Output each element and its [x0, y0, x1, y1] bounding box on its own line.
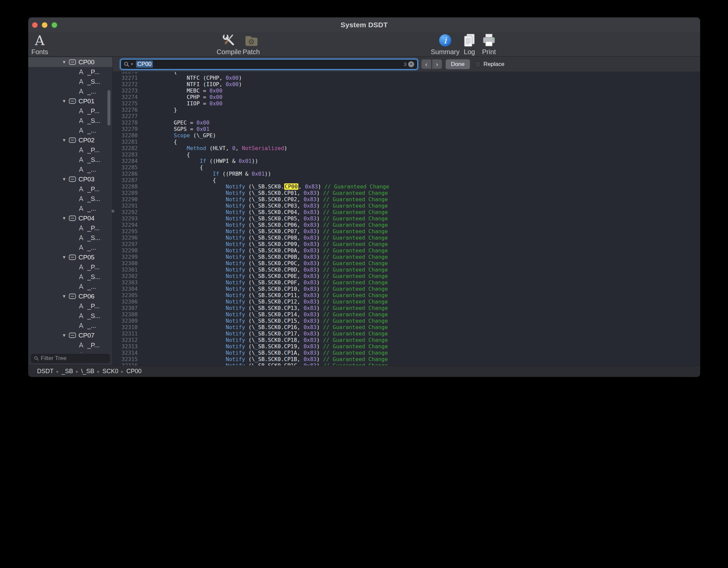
- toolbar-summary-button[interactable]: i Summary: [431, 33, 460, 56]
- code-line-32301[interactable]: 32301 Notify (\_SB.SCK0.CP0D, 0x83) // G…: [113, 267, 700, 273]
- tree-item-CP02-child[interactable]: _S...: [28, 155, 112, 165]
- tree-item-CP05-child[interactable]: _...: [28, 282, 112, 291]
- tree-item-CP00[interactable]: ▼CP00: [28, 57, 112, 67]
- disclosure-triangle-icon[interactable]: ▼: [62, 177, 69, 182]
- code-line-32275[interactable]: 32275 IIOP = 0x00: [113, 100, 700, 107]
- code-line-32293[interactable]: 32293 Notify (\_SB.SCK0.CP05, 0x83) // G…: [113, 215, 700, 222]
- code-line-32280[interactable]: 32280 Scope (\_GPE): [113, 132, 700, 139]
- code-line-32276[interactable]: 32276 }: [113, 107, 700, 113]
- code-line-32291[interactable]: 32291 Notify (\_SB.SCK0.CP03, 0x83) // G…: [113, 203, 700, 209]
- toolbar-patch-button[interactable]: ⚙ Patch: [242, 33, 260, 56]
- code-line-32290[interactable]: 32290 Notify (\_SB.SCK0.CP02, 0x83) // G…: [113, 196, 700, 203]
- code-line-32287[interactable]: 32287 {: [113, 177, 700, 183]
- disclosure-triangle-icon[interactable]: ▼: [62, 138, 69, 143]
- code-line-32306[interactable]: 32306 Notify (\_SB.SCK0.CP12, 0x83) // G…: [113, 298, 700, 305]
- tree-item-CP00-child[interactable]: _...: [28, 86, 112, 96]
- code-line-32307[interactable]: 32307 Notify (\_SB.SCK0.CP13, 0x83) // G…: [113, 305, 700, 311]
- clear-search-button[interactable]: ✕: [408, 61, 414, 67]
- breadcrumb-item-SB[interactable]: \_SB: [81, 368, 94, 375]
- tree-item-CP02-child[interactable]: _...: [28, 165, 112, 174]
- code-line-32272[interactable]: 32272 NTFI (IIOP, 0x00): [113, 81, 700, 87]
- code-line-32309[interactable]: 32309 Notify (\_SB.SCK0.CP15, 0x83) // G…: [113, 318, 700, 324]
- code-line-32294[interactable]: 32294 Notify (\_SB.SCK0.CP06, 0x83) // G…: [113, 222, 700, 228]
- tree-item-CP01-child[interactable]: _S...: [28, 116, 112, 126]
- sidebar-scrollbar-thumb[interactable]: [107, 90, 110, 126]
- split-handle[interactable]: [111, 210, 114, 213]
- code-line-32302[interactable]: 32302 Notify (\_SB.SCK0.CP0E, 0x83) // G…: [113, 273, 700, 279]
- disclosure-triangle-icon[interactable]: ▼: [62, 294, 69, 299]
- breadcrumb-item-CP00[interactable]: CP00: [126, 368, 141, 375]
- code-line-32292[interactable]: 32292 Notify (\_SB.SCK0.CP04, 0x83) // G…: [113, 209, 700, 215]
- code-line-32308[interactable]: 32308 Notify (\_SB.SCK0.CP14, 0x83) // G…: [113, 311, 700, 318]
- zoom-button[interactable]: [52, 22, 57, 28]
- code-line-32299[interactable]: 32299 Notify (\_SB.SCK0.CP0B, 0x83) // G…: [113, 254, 700, 260]
- minimize-button[interactable]: [42, 22, 47, 28]
- tree-item-CP06-child[interactable]: _...: [28, 321, 112, 330]
- breadcrumb-item-SB[interactable]: _SB: [62, 368, 73, 375]
- search-menu-arrow-icon[interactable]: ▾: [131, 62, 133, 66]
- replace-checkbox[interactable]: [475, 61, 481, 67]
- tree-item-CP05[interactable]: ▼CP05: [28, 252, 112, 262]
- code-line-32281[interactable]: 32281 {: [113, 139, 700, 145]
- tree-item-CP00-child[interactable]: _P...: [28, 67, 112, 77]
- code-line-32284[interactable]: 32284 If ((HWPI & 0x01)): [113, 158, 700, 164]
- filter-tree-input[interactable]: [41, 355, 115, 362]
- tree-item-CP05-child[interactable]: _S...: [28, 272, 112, 282]
- find-next-button[interactable]: ›: [432, 59, 442, 69]
- code-line-32298[interactable]: 32298 Notify (\_SB.SCK0.CP0A, 0x83) // G…: [113, 247, 700, 254]
- tree-item-CP02-child[interactable]: _P...: [28, 145, 112, 155]
- code-line-32297[interactable]: 32297 Notify (\_SB.SCK0.CP09, 0x83) // G…: [113, 241, 700, 247]
- tree-item-CP03[interactable]: ▼CP03: [28, 174, 112, 184]
- toolbar-print-button[interactable]: Print: [482, 33, 496, 56]
- find-search-field[interactable]: ▾ CP00 3 ✕: [120, 59, 418, 70]
- titlebar[interactable]: System DSDT: [28, 17, 700, 32]
- tree-item-CP04-child[interactable]: _P...: [28, 223, 112, 233]
- tree-item-CP03-child[interactable]: _...: [28, 204, 112, 213]
- breadcrumb-item-SCK0[interactable]: SCK0: [102, 368, 118, 375]
- toolbar-log-button[interactable]: Log: [462, 33, 477, 56]
- tree-item-CP02[interactable]: ▼CP02: [28, 135, 112, 145]
- tree-item-CP04-child[interactable]: _...: [28, 243, 112, 252]
- code-line-32315[interactable]: 32315 Notify (\_SB.SCK0.CP1B, 0x83) // G…: [113, 356, 700, 362]
- code-line-32304[interactable]: 32304 Notify (\_SB.SCK0.CP10, 0x83) // G…: [113, 286, 700, 292]
- code-line-32271[interactable]: 32271 NTFC (CPHP, 0x00): [113, 75, 700, 81]
- code-line-32295[interactable]: 32295 Notify (\_SB.SCK0.CP07, 0x83) // G…: [113, 228, 700, 235]
- disclosure-triangle-icon[interactable]: ▼: [62, 255, 69, 260]
- code-line-32310[interactable]: 32310 Notify (\_SB.SCK0.CP16, 0x83) // G…: [113, 324, 700, 330]
- filter-tree-field[interactable]: [31, 354, 110, 363]
- tree-item-CP07-child[interactable]: _P...: [28, 340, 112, 350]
- code-line-32314[interactable]: 32314 Notify (\_SB.SCK0.CP1A, 0x83) // G…: [113, 350, 700, 356]
- code-line-32288[interactable]: 32288 Notify (\_SB.SCK0.CP00, 0x83) // G…: [113, 183, 700, 190]
- tree-item-CP07-child[interactable]: _S...: [28, 350, 112, 353]
- code-line-32279[interactable]: 32279 SGPS = 0x01: [113, 126, 700, 132]
- code-line-32270[interactable]: 32270 {: [113, 72, 700, 75]
- toolbar-fonts-button[interactable]: A Fonts: [31, 33, 48, 56]
- code-line-32300[interactable]: 32300 Notify (\_SB.SCK0.CP0C, 0x83) // G…: [113, 260, 700, 267]
- disclosure-triangle-icon[interactable]: ▼: [62, 216, 69, 221]
- code-line-32273[interactable]: 32273 MEBC = 0x00: [113, 87, 700, 94]
- tree-item-CP01-child[interactable]: _...: [28, 126, 112, 135]
- code-line-32312[interactable]: 32312 Notify (\_SB.SCK0.CP18, 0x83) // G…: [113, 337, 700, 343]
- code-line-32285[interactable]: 32285 {: [113, 164, 700, 171]
- tree-item-CP04[interactable]: ▼CP04: [28, 213, 112, 223]
- code-line-32296[interactable]: 32296 Notify (\_SB.SCK0.CP08, 0x83) // G…: [113, 235, 700, 241]
- tree-item-CP01-child[interactable]: _P...: [28, 106, 112, 116]
- disclosure-triangle-icon[interactable]: ▼: [62, 99, 69, 104]
- tree-item-CP04-child[interactable]: _S...: [28, 233, 112, 243]
- code-line-32303[interactable]: 32303 Notify (\_SB.SCK0.CP0F, 0x83) // G…: [113, 279, 700, 286]
- code-line-32277[interactable]: 32277: [113, 113, 700, 119]
- code-line-32282[interactable]: 32282 Method (HLVT, 0, NotSerialized): [113, 145, 700, 151]
- code-line-32289[interactable]: 32289 Notify (\_SB.SCK0.CP01, 0x83) // G…: [113, 190, 700, 196]
- code-line-32313[interactable]: 32313 Notify (\_SB.SCK0.CP19, 0x83) // G…: [113, 343, 700, 350]
- code-line-32278[interactable]: 32278 GPEC = 0x00: [113, 119, 700, 126]
- close-button[interactable]: [32, 22, 38, 28]
- code-editor[interactable]: 32270 {32271 NTFC (CPHP, 0x00)32272 NTFI…: [113, 72, 700, 365]
- tree-item-CP07[interactable]: ▼CP07: [28, 330, 112, 340]
- code-line-32274[interactable]: 32274 CPHP = 0x00: [113, 94, 700, 100]
- code-line-32283[interactable]: 32283 {: [113, 151, 700, 158]
- code-line-32286[interactable]: 32286 If ((PRBM & 0x01)): [113, 171, 700, 177]
- breadcrumb-item-DSDT[interactable]: DSDT: [37, 368, 54, 375]
- code-line-32316[interactable]: 32316 Notify (\_SB.SCK0.CP1C, 0x83) // G…: [113, 362, 700, 365]
- tree-item-CP00-child[interactable]: _S...: [28, 77, 112, 86]
- tree-item-CP06[interactable]: ▼CP06: [28, 291, 112, 301]
